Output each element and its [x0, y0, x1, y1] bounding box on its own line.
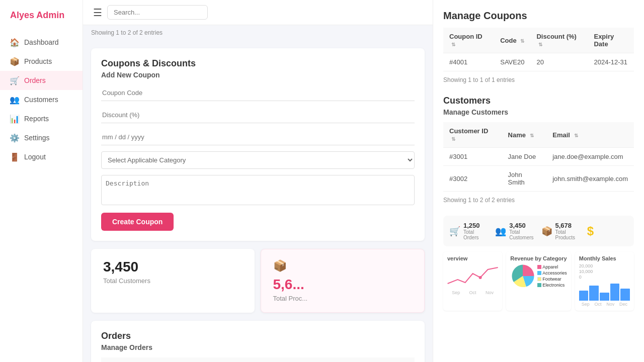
bar-col	[610, 284, 620, 301]
sort-icon: ⇅	[451, 42, 455, 47]
stat-number-products: 5,6...	[273, 277, 304, 293]
stats-row: 3,450 Total Customers 📦 5,6... Total Pro…	[91, 249, 425, 313]
description-textarea[interactable]	[101, 175, 415, 205]
right-bar-chart: Monthly Sales 20,000 10,000 0 Sep Oct No	[575, 251, 634, 311]
hamburger-icon[interactable]: ☰	[93, 7, 102, 19]
sidebar-item-products[interactable]: 📦 Products	[0, 52, 83, 71]
right-stat-products: 📦 5,678 Total Products	[541, 222, 582, 240]
bar-col	[600, 293, 609, 301]
sidebar-item-label: Settings	[24, 134, 50, 142]
x-label: Sep	[452, 290, 460, 295]
right-customers-label: Total Customers	[509, 229, 536, 240]
settings-icon: ⚙️	[10, 133, 19, 142]
discount-cell: 20	[530, 53, 588, 71]
sidebar-item-label: Logout	[24, 153, 46, 161]
sidebar-item-orders[interactable]: 🛒 Orders	[0, 71, 83, 90]
right-overview-title: verview	[447, 255, 498, 261]
right-line-point	[479, 276, 482, 279]
right-products-label: Total Products	[555, 229, 582, 240]
customers-header-right: Customer ID ⇅ Name ⇅ Email ⇅	[443, 122, 634, 148]
legend-item: Accessories	[537, 270, 567, 276]
products-icon: 📦	[10, 57, 19, 66]
cname-cell: John Smith	[502, 166, 547, 192]
right-orders-label: Total Orders	[463, 229, 490, 240]
col-cname: Name ⇅	[502, 122, 547, 148]
coupons-discounts-section: Coupons & Discounts Add New Coupon Selec…	[91, 48, 425, 241]
category-select[interactable]: Select Applicable Category	[101, 151, 415, 169]
col-discount: Discount (%) ⇅	[530, 28, 588, 53]
stat-number-customers: 3,450	[103, 259, 138, 275]
right-bar-title: Monthly Sales	[579, 255, 630, 261]
customers-right-subtitle: Manage Customers	[443, 108, 634, 116]
sidebar-item-label: Orders	[24, 76, 46, 84]
legend-item: Electronics	[537, 283, 567, 288]
right-mini-charts: verview Sep Oct Nov Revenue by Category	[443, 251, 634, 311]
coupons-entries: Showing 1 to 1 of 1 entries	[443, 76, 634, 83]
right-products-num: 5,678	[555, 222, 582, 229]
sidebar-item-settings[interactable]: ⚙️ Settings	[0, 128, 83, 147]
cemail-cell: john.smith@example.com	[546, 166, 634, 192]
date-input[interactable]	[101, 129, 415, 145]
right-stat-text: 3,450 Total Customers	[509, 222, 536, 240]
sidebar-item-label: Products	[24, 57, 52, 65]
coupons-header-row: Coupon ID ⇅ Code ⇅ Discount (%) ⇅ Expiry…	[443, 28, 634, 53]
right-mini-stats-inner: 🛒 1,250 Total Orders 👥 3,450 Total Custo…	[449, 222, 628, 240]
top-bar: ☰	[83, 0, 433, 25]
sidebar-item-label: Reports	[24, 115, 49, 123]
sidebar-item-logout[interactable]: 🚪 Logout	[0, 147, 83, 166]
customers-right-title: Customers	[443, 96, 634, 106]
right-x-labels: Sep Oct Nov Dec	[579, 302, 630, 307]
sidebar: Alyes Admin 🏠 Dashboard 📦 Products 🛒 Ord…	[0, 0, 83, 362]
orders-subtitle: Manage Orders	[101, 343, 415, 351]
sidebar-item-label: Customers	[24, 96, 58, 104]
manage-coupons-right: Manage Coupons Coupon ID ⇅ Code ⇅ Discou…	[443, 10, 634, 83]
right-overview-chart: verview Sep Oct Nov	[443, 251, 502, 311]
orders-title: Orders	[101, 331, 415, 341]
col-cid: Customer ID ⇅	[443, 122, 502, 148]
bar-col	[620, 289, 630, 301]
right-pie-legend: Apparel Accessories Footwear Electronics	[537, 263, 567, 289]
table-row: #4001 SAVE20 20 2024-12-31	[443, 53, 634, 71]
cemail-cell: jane.doe@example.com	[546, 148, 634, 166]
search-input[interactable]	[107, 5, 208, 20]
col-expiry: Expiry Date	[588, 28, 634, 53]
sidebar-item-label: Dashboard	[24, 38, 59, 46]
customers-right-section: Customers Manage Customers Customer ID ⇅…	[443, 96, 634, 204]
legend-color	[537, 277, 541, 281]
right-customers-icon: 👥	[495, 226, 506, 237]
coupons-table: Coupon ID ⇅ Code ⇅ Discount (%) ⇅ Expiry…	[443, 28, 634, 71]
coupon-code-input[interactable]	[101, 85, 415, 101]
right-bars	[579, 281, 630, 301]
stat-label-products: Total Proc...	[273, 295, 308, 302]
sidebar-item-dashboard[interactable]: 🏠 Dashboard	[0, 33, 83, 52]
right-stat-customers: 👥 3,450 Total Customers	[495, 222, 536, 240]
col-date: D	[368, 357, 415, 362]
right-products-icon: 📦	[541, 226, 552, 237]
right-pie-title: Revenue by Category	[510, 255, 567, 261]
right-mini-stats: 🛒 1,250 Total Orders 👥 3,450 Total Custo…	[443, 216, 634, 246]
cid-cell: #3001	[443, 148, 502, 166]
bar-col	[589, 286, 599, 301]
discount-input[interactable]	[101, 107, 415, 123]
x-label: Sep	[582, 302, 590, 307]
reports-icon: 📊	[10, 114, 19, 123]
sidebar-item-reports[interactable]: 📊 Reports	[0, 109, 83, 128]
stat-card-products: 📦 5,6... Total Proc...	[261, 249, 425, 313]
sidebar-item-customers[interactable]: 👥 Customers	[0, 90, 83, 109]
create-coupon-button[interactable]: Create Coupon	[101, 213, 174, 231]
cid-cell: #3002	[443, 166, 502, 192]
code-cell: SAVE20	[494, 53, 530, 71]
logout-icon: 🚪	[10, 152, 19, 161]
right-orders-num: 1,250	[463, 222, 490, 229]
x-label: Oct	[469, 290, 476, 295]
right-pie-svg	[510, 263, 535, 289]
right-panel: Manage Coupons Coupon ID ⇅ Code ⇅ Discou…	[433, 0, 644, 362]
col-customer: Customer ⇅	[228, 357, 368, 362]
sort-icon: ⇅	[530, 133, 534, 138]
sort-icon: ⇅	[451, 136, 455, 142]
top-entries-text: Showing 1 to 2 of 2 entries	[83, 25, 433, 40]
customers-entries-right: Showing 1 to 2 of 2 entries	[443, 197, 634, 204]
col-coupon-id: Coupon ID ⇅	[443, 28, 494, 53]
right-bar-y: 20,000 10,000 0	[579, 263, 630, 280]
orders-table: Order ID ⇅ Customer ⇅ D #1001 Jane Doe 2…	[101, 357, 415, 362]
